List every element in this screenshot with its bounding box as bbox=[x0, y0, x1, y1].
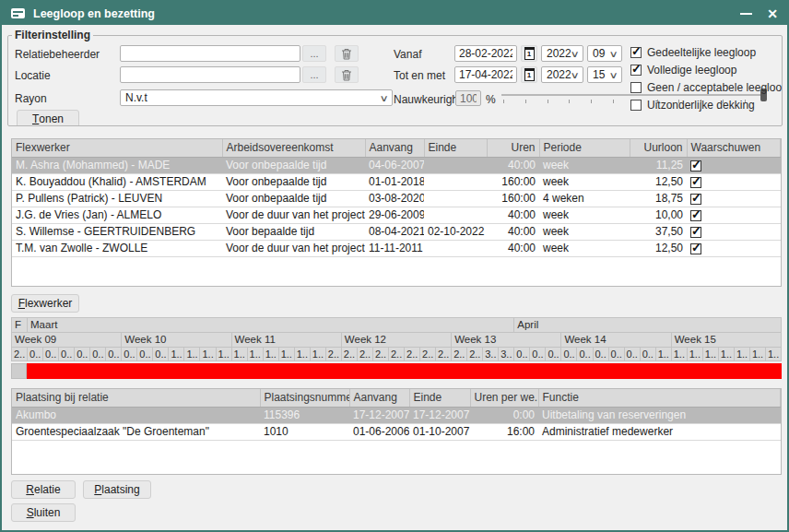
timeline-day-header: 0.. bbox=[59, 348, 75, 361]
timeline-day-header: 1.. bbox=[719, 348, 735, 361]
relatiebeheerder-clear-trash-icon[interactable] bbox=[335, 45, 359, 62]
timeline-day-header: 2.. bbox=[452, 348, 467, 361]
filter-checkbox-label: Volledige leegloop bbox=[647, 64, 736, 77]
timeline-day-header: 2.. bbox=[12, 348, 28, 361]
locatie-lookup-button[interactable]: ... bbox=[302, 66, 326, 83]
chevron-down-icon: ∨ bbox=[570, 49, 579, 59]
waarschuwen-checkbox[interactable] bbox=[690, 160, 701, 171]
column-header: Einde bbox=[409, 389, 470, 407]
rayon-select[interactable]: N.v.t∨ bbox=[120, 89, 393, 106]
column-header: Aanvang bbox=[349, 389, 409, 407]
percent-label: % bbox=[486, 93, 496, 106]
timeline-week-header: Week 12 bbox=[342, 333, 452, 348]
vanaf-label: Vanaf bbox=[394, 48, 421, 61]
locatie-input[interactable] bbox=[120, 66, 300, 83]
timeline-day-header: 1.. bbox=[688, 348, 703, 361]
filter-checkbox-3[interactable] bbox=[630, 82, 642, 93]
waarschuwen-checkbox[interactable] bbox=[690, 194, 701, 205]
vanaf-week-select[interactable]: 09∨ bbox=[587, 45, 622, 62]
vanaf-date-input[interactable] bbox=[454, 45, 517, 62]
timeline-day-header: 0.. bbox=[530, 348, 546, 361]
relatiebeheerder-label: Relatiebeheerder bbox=[15, 48, 100, 61]
filter-checkbox-1[interactable] bbox=[630, 47, 642, 58]
tot-en-met-date-input[interactable] bbox=[454, 66, 517, 83]
timeline-day-header: 0.. bbox=[577, 348, 593, 361]
timeline-day-header: 1.. bbox=[217, 348, 232, 361]
column-header: Functie bbox=[538, 389, 781, 407]
timeline-day-header: 2.. bbox=[326, 348, 342, 361]
tot-en-met-week-select[interactable]: 15∨ bbox=[587, 66, 622, 83]
timeline-week-header: Week 10 bbox=[122, 333, 231, 348]
plaatsing-table-panel: Plaatsing bij relatiePlaatsingsnummerAan… bbox=[11, 388, 782, 475]
timeline-day-header: 0.. bbox=[75, 348, 90, 361]
filter-checkbox-label: Uitzonderlijke dekking bbox=[647, 99, 755, 112]
timeline-week-header: Week 13 bbox=[452, 333, 561, 348]
relatiebeheerder-input[interactable] bbox=[120, 45, 300, 62]
timeline-week-header: Week 09 bbox=[12, 333, 122, 348]
relatie-button[interactable]: Relatie bbox=[11, 480, 76, 499]
flexwerker-table: FlexwerkerArbeidsovereenkomstAanvangEind… bbox=[12, 139, 781, 257]
flexwerker-row[interactable]: J.G. de Vries (Jan) - ALMELOVoor de duur… bbox=[12, 207, 781, 223]
title-bar: Leegloop en bezetting ✕ bbox=[2, 2, 787, 25]
vanaf-year-select[interactable]: 2022∨ bbox=[541, 45, 583, 62]
timeline-day-header: 2.. bbox=[467, 348, 483, 361]
timeline-day-header: 0.. bbox=[514, 348, 530, 361]
chevron-down-icon: ∨ bbox=[608, 70, 618, 80]
timeline-day-header: 1.. bbox=[735, 348, 750, 361]
relatiebeheerder-lookup-button[interactable]: ... bbox=[302, 45, 326, 62]
sluiten-button[interactable]: Sluiten bbox=[11, 503, 76, 522]
locatie-label: Locatie bbox=[15, 69, 51, 82]
waarschuwen-checkbox[interactable] bbox=[690, 210, 701, 221]
timeline-week-header: Week 11 bbox=[232, 333, 342, 348]
column-header: Uurloon bbox=[630, 139, 687, 157]
flexwerker-row[interactable]: S. Willemse - GEERTRUIDENBERGVoor bepaal… bbox=[12, 223, 781, 240]
timeline-day-header: 1.. bbox=[295, 348, 311, 361]
filter-groupbox: Filterinstelling Relatiebeheerder ... Lo… bbox=[7, 29, 783, 126]
waarschuwen-checkbox[interactable] bbox=[690, 177, 701, 188]
timeline-day-header: 2.. bbox=[420, 348, 436, 361]
flexwerker-row[interactable]: M. Ashra (Mohammed) - MADEVoor onbepaald… bbox=[12, 157, 781, 173]
leegloop-bar[interactable] bbox=[27, 363, 782, 379]
locatie-clear-trash-icon[interactable] bbox=[335, 66, 359, 83]
vanaf-calendar-icon[interactable]: 1 bbox=[521, 45, 537, 62]
minimize-button[interactable] bbox=[740, 13, 752, 15]
nauwkeurigheid-input[interactable] bbox=[455, 90, 481, 106]
timeline-day-header: 1.. bbox=[766, 348, 782, 361]
flexwerker-table-panel: FlexwerkerArbeidsovereenkomstAanvangEind… bbox=[11, 138, 782, 287]
close-icon[interactable]: ✕ bbox=[767, 7, 778, 20]
chevron-down-icon: ∨ bbox=[570, 70, 579, 80]
flexwerker-row[interactable]: P. Pullens (Patrick) - LEUVENVoor onbepa… bbox=[12, 190, 781, 207]
filter-legend: Filterinstelling bbox=[12, 29, 93, 41]
timeline-day-header: 2.. bbox=[389, 348, 405, 361]
tonen-button[interactable]: Tonen bbox=[17, 110, 79, 126]
timeline-day-header: 1.. bbox=[184, 348, 200, 361]
waarschuwen-checkbox[interactable] bbox=[690, 243, 701, 254]
column-header: Plaatsingsnummer bbox=[260, 389, 349, 407]
plaatsing-row[interactable]: Groentespeciaalzaak "De Groenteman"10100… bbox=[12, 423, 781, 440]
plaatsing-row[interactable]: Akumbo11539617-12-200717-12-20070:00Uitb… bbox=[12, 407, 781, 423]
timeline-day-header: 0.. bbox=[546, 348, 561, 361]
slider-track[interactable] bbox=[501, 94, 767, 96]
tot-en-met-calendar-icon[interactable]: 1 bbox=[521, 66, 537, 83]
column-header: Plaatsing bij relatie bbox=[12, 389, 260, 407]
flexwerker-row[interactable]: K. Bouyaddou (Khalid) - AMSTERDAMVoor on… bbox=[12, 173, 781, 190]
timeline-planner: FMaartAprilWeek 09Week 10Week 11Week 12W… bbox=[11, 317, 782, 361]
timeline-day-header: 0.. bbox=[594, 348, 609, 361]
waarschuwen-checkbox[interactable] bbox=[690, 227, 701, 238]
filter-checkbox-4[interactable] bbox=[630, 100, 642, 111]
timeline-day-header: 0.. bbox=[609, 348, 625, 361]
timeline-day-header: 2.. bbox=[373, 348, 389, 361]
timeline-day-header: 0.. bbox=[137, 348, 153, 361]
filter-checkbox-2[interactable] bbox=[630, 65, 642, 76]
flexwerker-button[interactable]: Flexwerker bbox=[11, 294, 79, 313]
flexwerker-row[interactable]: T.M. van Zwolle - ZWOLLEVoor de duur van… bbox=[12, 240, 781, 256]
column-header: Uren per we... bbox=[470, 389, 538, 407]
timeline-day-header: 0.. bbox=[561, 348, 577, 361]
plaatsing-button[interactable]: Plaatsing bbox=[83, 480, 151, 499]
tot-en-met-year-select[interactable]: 2022∨ bbox=[541, 66, 583, 83]
timeline-day-header: 1.. bbox=[264, 348, 279, 361]
timeline-day-header: 0.. bbox=[28, 348, 43, 361]
timeline-day-header: 3.. bbox=[483, 348, 499, 361]
timeline-day-header: 0.. bbox=[625, 348, 641, 361]
timeline-day-header: 0.. bbox=[106, 348, 122, 361]
